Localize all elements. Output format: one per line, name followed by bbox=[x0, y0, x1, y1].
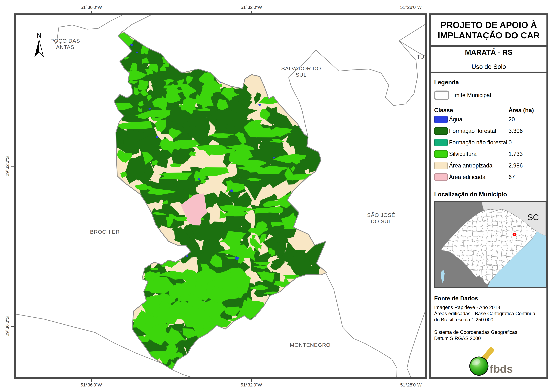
source-line: do Brasil, escala 1:250.000 bbox=[434, 317, 547, 323]
fbds-logo-icon: fbds bbox=[465, 346, 516, 377]
location-inset-map: SC bbox=[434, 201, 547, 288]
legend-area-value: 1.733 bbox=[509, 151, 523, 157]
coord-top-1: 51°36'0"W bbox=[80, 5, 102, 10]
scalebar-4: 4 bbox=[120, 377, 123, 379]
location-heading: Localização do Município bbox=[434, 191, 547, 198]
legend-area-value: 3.306 bbox=[509, 128, 523, 134]
data-source-heading: Fonte de Dados bbox=[434, 295, 547, 302]
legend-label: Formação não florestal bbox=[449, 139, 509, 146]
legend-limite-row: Limite Municipal bbox=[434, 91, 547, 100]
landuse-map-svg bbox=[16, 15, 425, 377]
landuse-mosaic bbox=[104, 31, 328, 377]
fbds-logo: fbds bbox=[434, 346, 547, 377]
project-title-box: PROJETO DE APOIO À IMPLANTAÇÃO DO CAR bbox=[431, 15, 547, 47]
legend-area-value: 2.986 bbox=[509, 162, 523, 169]
tick-bottom-1 bbox=[91, 379, 92, 382]
tick-left-1 bbox=[11, 166, 14, 166]
municipality-title: MARATÁ - RS bbox=[465, 48, 513, 57]
legend-col-area: Área (ha) bbox=[509, 107, 534, 114]
legend-label: Formação florestal bbox=[449, 128, 509, 134]
coord-bottom-2: 51°32'0"W bbox=[241, 382, 262, 388]
legend-col-classe: Classe bbox=[434, 107, 509, 114]
source-line: Imagens Rapideye - Ano 2013 bbox=[434, 304, 547, 310]
data-source-block: Imagens Rapideye - Ano 2013 Áreas edific… bbox=[434, 304, 547, 323]
map-theme-title: Uso do Solo bbox=[472, 63, 506, 70]
rs-state-inset-svg: SC bbox=[435, 202, 546, 287]
label-poco-das-antas: POÇO DAS ANTAS bbox=[45, 38, 86, 50]
scalebar-0: 0 bbox=[34, 377, 37, 379]
crs-line: Datum SIRGAS 2000 bbox=[434, 335, 547, 342]
scalebar-8km: 8 km bbox=[207, 377, 219, 379]
map-subtitle-box: MARATÁ - RS Uso do Solo bbox=[431, 47, 547, 73]
tick-top-2 bbox=[251, 11, 252, 14]
label-brochier: BROCHIER bbox=[81, 229, 129, 235]
layout-panel: PROJETO DE APOIO À IMPLANTAÇÃO DO CAR MA… bbox=[429, 14, 548, 379]
coord-left-2: 29°36'0"S bbox=[5, 316, 10, 336]
tick-bottom-3 bbox=[411, 379, 411, 382]
coord-top-3: 51°28'0"W bbox=[400, 5, 422, 10]
label-sao-jose-do-sul: SÃO JOSÉ DO SUL bbox=[366, 212, 396, 225]
swatch-area-antropizada bbox=[434, 162, 448, 169]
legend-row-area-edificada: Área edificada 67 bbox=[434, 171, 547, 183]
legend-row-formacao-florestal: Formação florestal 3.306 bbox=[434, 125, 547, 137]
legend-and-info-box: Legenda Limite Municipal Classe Área (ha… bbox=[431, 73, 547, 377]
coord-top-2: 51°32'0"W bbox=[241, 5, 262, 10]
north-arrow: N bbox=[33, 32, 45, 59]
legend-label: Água bbox=[449, 116, 509, 123]
coord-left-1: 29°32'0"S bbox=[5, 156, 10, 176]
legend-row-area-antropizada: Área antropizada 2.986 bbox=[434, 160, 547, 171]
legend-row-silvicultura: Silvicultura 1.733 bbox=[434, 148, 547, 160]
legend-label: Área edificada bbox=[449, 174, 509, 180]
legend-area-value: 20 bbox=[509, 116, 515, 123]
limite-municipal-label: Limite Municipal bbox=[450, 92, 491, 99]
legend-area-value: 0 bbox=[509, 139, 512, 146]
legend-label: Silvicultura bbox=[449, 151, 509, 157]
legend-row-formacao-nao-florestal: Formação não florestal 0 bbox=[434, 137, 547, 148]
legend-label: Área antropizada bbox=[449, 162, 509, 169]
swatch-agua bbox=[434, 116, 448, 123]
swatch-formacao-nao-florestal bbox=[434, 139, 448, 146]
sc-state-label: SC bbox=[527, 213, 539, 222]
source-line: Áreas edificadas - Base Cartográfica Con… bbox=[434, 310, 547, 317]
label-tupandi: TUPANDI bbox=[405, 54, 427, 60]
map-canvas: POÇO DAS ANTAS SALVADOR DO SUL TUPANDI S… bbox=[14, 14, 427, 379]
swatch-silvicultura bbox=[434, 150, 448, 158]
tick-top-1 bbox=[91, 11, 92, 14]
swatch-formacao-florestal bbox=[434, 127, 448, 135]
logo-text: fbds bbox=[489, 363, 513, 375]
marker-dot bbox=[514, 235, 515, 235]
tick-left-2 bbox=[11, 326, 14, 327]
scalebar-2: 2 bbox=[78, 377, 80, 379]
swatch-area-edificada bbox=[434, 173, 448, 181]
legend-row-agua: Água 20 bbox=[434, 114, 547, 125]
project-title-line1: PROJETO DE APOIO À bbox=[440, 20, 537, 30]
tick-bottom-2 bbox=[251, 379, 252, 382]
limite-municipal-swatch bbox=[434, 91, 449, 100]
project-title-line2: IMPLANTAÇÃO DO CAR bbox=[438, 30, 540, 41]
coord-bottom-1: 51°36'0"W bbox=[80, 382, 102, 388]
coord-bottom-3: 51°28'0"W bbox=[400, 382, 422, 388]
tick-top-3 bbox=[411, 11, 411, 14]
legend-area-value: 67 bbox=[509, 174, 515, 180]
crs-line: Sistema de Coordenadas Geográficas bbox=[434, 329, 547, 335]
crs-block: Sistema de Coordenadas Geográficas Datum… bbox=[434, 329, 547, 342]
label-montenegro: MONTENEGRO bbox=[278, 342, 342, 348]
legend-table-header: Classe Área (ha) bbox=[434, 107, 547, 114]
legend-heading: Legenda bbox=[434, 79, 547, 86]
north-arrow-label: N bbox=[33, 32, 45, 39]
label-salvador-do-sul: SALVADOR DO SUL bbox=[280, 65, 322, 78]
